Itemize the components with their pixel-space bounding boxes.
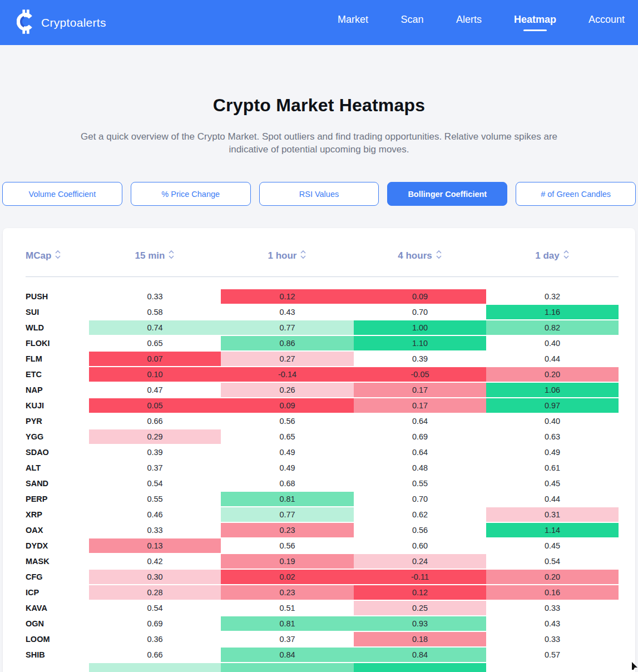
heatmap-cell: 0.56	[354, 523, 486, 537]
heatmap-cell: 0.97	[486, 398, 619, 413]
heatmap-cell: 0.37	[89, 461, 221, 475]
table-row-sui: SUI0.580.430.701.16	[3, 304, 635, 320]
nav-item-heatmap[interactable]: Heatmap	[514, 14, 556, 31]
heatmap-cell: 0.43	[486, 616, 619, 631]
nav-item-scan[interactable]: Scan	[400, 14, 424, 31]
nav-item-label: Market	[338, 14, 368, 26]
heatmap-cell: 1.00	[354, 320, 486, 335]
column-header-1-day[interactable]: 1 day	[486, 250, 619, 262]
heatmap-cell: 0.49	[486, 445, 619, 459]
heatmap-cell: 0.40	[486, 336, 619, 350]
heatmap-cell: 0.48	[354, 461, 486, 475]
ticker-label: KUJI	[3, 401, 89, 410]
filter-button-rsi-values[interactable]: RSI Values	[259, 182, 379, 206]
mouse-cursor	[631, 661, 638, 672]
heatmap-cell: 0.09	[354, 289, 486, 304]
ticker-label: OAX	[3, 526, 89, 535]
active-tab-underline	[400, 29, 424, 31]
active-tab-underline	[595, 29, 618, 31]
heatmap-filter-buttons: Volume Coefficient% Price ChangeRSI Valu…	[0, 182, 638, 206]
heatmap-cell: 0.05	[89, 398, 221, 413]
table-row-kava: KAVA0.540.510.250.33	[3, 600, 635, 616]
column-header-mcap[interactable]: MCap	[3, 250, 89, 262]
ticker-label: WLD	[3, 323, 89, 332]
heatmap-cell: 0.24	[354, 554, 486, 569]
heatmap-cell: 0.66	[89, 648, 221, 662]
nav-item-alerts[interactable]: Alerts	[456, 14, 482, 31]
sort-icon	[563, 250, 570, 262]
nav-item-market[interactable]: Market	[338, 14, 368, 31]
ticker-label: YGG	[3, 432, 89, 441]
heatmap-cell: 0.31	[486, 507, 619, 522]
table-row-icp: ICP0.280.230.120.16	[3, 585, 635, 600]
heatmap-cell: 0.27	[221, 352, 354, 366]
heatmap-cell: 0.68	[221, 476, 354, 491]
ticker-label: PUSH	[3, 292, 89, 301]
heatmap-cell: 0.25	[354, 601, 486, 615]
heatmap-cell: 0.07	[89, 352, 221, 366]
heatmap-cell: 0.33	[89, 523, 221, 537]
table-row-push: PUSH0.330.120.090.32	[3, 289, 635, 304]
filter-button-bollinger-coefficient[interactable]: Bollinger Coefficient	[387, 182, 507, 206]
page-title: Crypto Market Heatmaps	[0, 95, 638, 116]
column-header-4-hours[interactable]: 4 hours	[354, 250, 486, 262]
filter-button-volume-coefficient[interactable]: Volume Coefficient	[2, 182, 122, 206]
heatmap-cell: 0.54	[486, 554, 619, 569]
heatmap-cell: 0.33	[486, 601, 619, 615]
table-row-pyr: PYR0.660.560.640.40	[3, 413, 635, 429]
table-row-floki: FLOKI0.650.861.100.40	[3, 335, 635, 351]
ticker-label: ICP	[3, 588, 89, 597]
heatmap-cell: 0.12	[354, 585, 486, 600]
heatmap-cell: 0.55	[354, 476, 486, 491]
heatmap-cell: 0.77	[221, 320, 354, 335]
heatmap-cell: 0.60	[354, 538, 486, 553]
heatmap-cell: 0.64	[354, 445, 486, 459]
ticker-label: SHIB	[3, 650, 89, 659]
nav-item-account[interactable]: Account	[588, 14, 625, 31]
heatmap-cell: 1.16	[486, 305, 619, 319]
table-header-row: MCap15 min1 hour4 hours1 day	[3, 249, 635, 263]
heatmap-cell	[221, 663, 354, 672]
nav-item-label: Heatmap	[514, 14, 556, 26]
heatmap-cell: 0.33	[89, 289, 221, 304]
table-row-xrp: XRP0.460.770.620.31	[3, 507, 635, 522]
column-header-1-hour[interactable]: 1 hour	[221, 250, 354, 262]
brand[interactable]: Cryptoalerts	[17, 9, 106, 37]
heatmap-cell: 0.93	[354, 616, 486, 631]
heatmap-cell: 0.77	[221, 507, 354, 522]
heatmap-cell: 0.28	[89, 585, 221, 600]
heatmap-cell: 0.26	[221, 383, 354, 397]
page-subtitle: Get a quick overview of the Crypto Marke…	[69, 130, 570, 156]
filter-button-price-change[interactable]: % Price Change	[131, 182, 251, 206]
heatmap-cell: 0.84	[354, 648, 486, 662]
heatmap-cell: 0.49	[221, 445, 354, 459]
ticker-label: ETC	[3, 370, 89, 379]
table-row-nap: NAP0.470.260.171.06	[3, 382, 635, 398]
nav-item-label: Account	[588, 14, 625, 26]
heatmap-cell: 0.56	[221, 538, 354, 553]
ticker-label: DYDX	[3, 541, 89, 550]
ticker-label: LOOM	[3, 635, 89, 644]
heatmap-cell: 0.61	[486, 461, 619, 475]
heatmap-cell	[486, 663, 619, 672]
ticker-label: NAP	[3, 386, 89, 394]
table-row-dydx: DYDX0.130.560.600.45	[3, 538, 635, 554]
heatmap-cell: 0.70	[354, 492, 486, 506]
filter-button-of-green-candles[interactable]: # of Green Candles	[516, 182, 636, 206]
table-row-cfg: CFG0.300.02-0.110.20	[3, 569, 635, 585]
table-body: PUSH0.330.120.090.32SUI0.580.430.701.16W…	[3, 289, 635, 672]
table-row-etc: ETC0.10-0.14-0.050.20	[3, 367, 635, 382]
cryptoalerts-logo-icon	[17, 9, 36, 37]
heatmap-cell: 1.06	[486, 383, 619, 397]
ticker-label: FLOKI	[3, 339, 89, 348]
table-row-kuji: KUJI0.050.090.170.97	[3, 398, 635, 413]
heatmap-cell: 0.10	[89, 367, 221, 382]
heatmap-cell: 0.70	[354, 305, 486, 319]
heatmap-cell: 0.32	[486, 289, 619, 304]
heatmap-cell: 0.39	[89, 445, 221, 459]
heatmap-cell: 0.81	[221, 492, 354, 506]
heatmap-cell: 0.69	[89, 616, 221, 631]
heatmap-cell: 0.20	[486, 367, 619, 382]
column-header-15-min[interactable]: 15 min	[89, 250, 221, 262]
sort-icon	[168, 250, 175, 262]
